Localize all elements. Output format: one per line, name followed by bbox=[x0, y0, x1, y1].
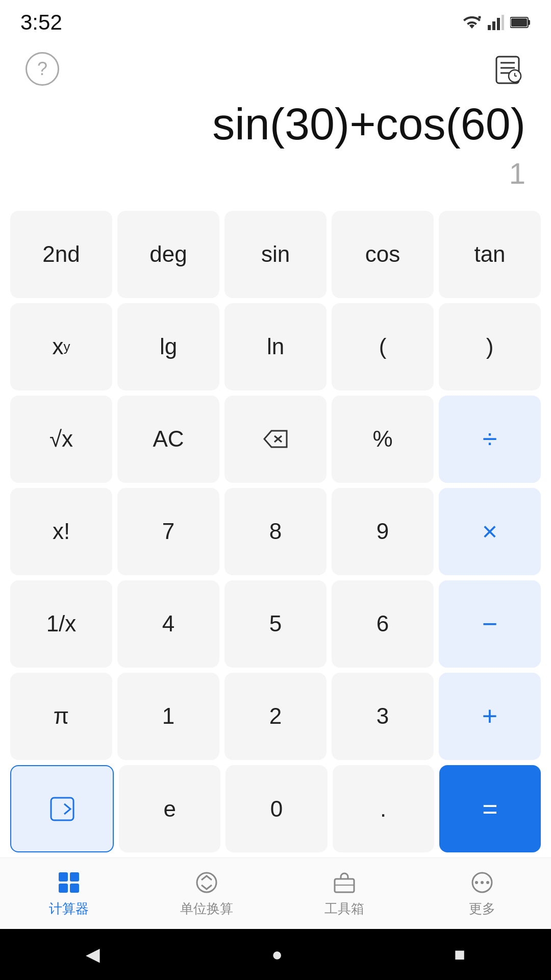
top-bar: ? bbox=[0, 36, 551, 92]
home-button[interactable]: ● bbox=[271, 944, 283, 965]
toolbox-nav[interactable]: 工具箱 bbox=[276, 858, 413, 929]
sin-key[interactable]: sin bbox=[224, 211, 327, 298]
deg-key[interactable]: deg bbox=[117, 211, 219, 298]
svg-point-29 bbox=[481, 881, 484, 884]
toolbox-nav-label: 工具箱 bbox=[324, 900, 364, 918]
key-row-6: e0.= bbox=[10, 765, 541, 852]
divide-key[interactable]: ÷ bbox=[439, 396, 541, 483]
subtract-key[interactable]: − bbox=[439, 580, 541, 668]
calculator-nav-label: 计算器 bbox=[49, 900, 89, 918]
svg-rect-20 bbox=[59, 872, 68, 881]
key-row-5: π123+ bbox=[10, 673, 541, 760]
status-time: 3:52 bbox=[20, 10, 62, 35]
multiply-key[interactable]: × bbox=[439, 488, 541, 575]
svg-rect-21 bbox=[70, 872, 79, 881]
svg-rect-22 bbox=[59, 884, 68, 893]
svg-point-28 bbox=[475, 881, 478, 884]
mode-icon bbox=[49, 796, 76, 822]
ln-key[interactable]: ln bbox=[224, 303, 327, 390]
key-row-3: x!789× bbox=[10, 488, 541, 575]
svg-rect-8 bbox=[511, 18, 527, 27]
svg-rect-3 bbox=[492, 21, 495, 30]
unit-nav-label: 单位换算 bbox=[180, 900, 233, 918]
help-button[interactable]: ? bbox=[26, 52, 59, 86]
ac-key[interactable]: AC bbox=[117, 396, 219, 483]
more-nav[interactable]: 更多 bbox=[413, 858, 551, 929]
history-button[interactable] bbox=[490, 51, 525, 87]
unit-nav[interactable]: 单位换算 bbox=[138, 858, 276, 929]
svg-point-30 bbox=[486, 881, 489, 884]
expression-display: sin(30)+cos(60) bbox=[212, 97, 525, 151]
history-icon bbox=[492, 54, 523, 84]
lg-key[interactable]: lg bbox=[117, 303, 219, 390]
more-nav-icon bbox=[469, 869, 495, 896]
sqrt-key[interactable]: √x bbox=[10, 396, 112, 483]
key-row-2: √xAC %÷ bbox=[10, 396, 541, 483]
mode-key[interactable] bbox=[10, 765, 114, 852]
add-key[interactable]: + bbox=[439, 673, 541, 760]
bottom-nav: 计算器单位换算工具箱更多 bbox=[0, 857, 551, 929]
keypad: 2nddegsincostanxylgln()√xAC %÷x!789×1/x4… bbox=[0, 206, 551, 857]
display-area: sin(30)+cos(60) 1 bbox=[0, 92, 551, 206]
8-key[interactable]: 8 bbox=[224, 488, 327, 575]
2-key[interactable]: 2 bbox=[224, 673, 327, 760]
close-paren-key[interactable]: ) bbox=[439, 303, 541, 390]
9-key[interactable]: 9 bbox=[332, 488, 434, 575]
power-key[interactable]: xy bbox=[10, 303, 112, 390]
status-bar: 3:52 bbox=[0, 0, 551, 36]
backspace-key[interactable] bbox=[224, 396, 327, 483]
status-icons bbox=[462, 15, 531, 30]
unit-nav-icon bbox=[193, 869, 220, 896]
result-display: 1 bbox=[509, 156, 525, 190]
tan-key[interactable]: tan bbox=[439, 211, 541, 298]
battery-icon bbox=[510, 16, 531, 29]
key-row-4: 1/x456− bbox=[10, 580, 541, 668]
key-row-1: xylgln() bbox=[10, 303, 541, 390]
2nd-key[interactable]: 2nd bbox=[10, 211, 112, 298]
percent-key[interactable]: % bbox=[332, 396, 434, 483]
e-key[interactable]: e bbox=[119, 765, 220, 852]
factorial-key[interactable]: x! bbox=[10, 488, 112, 575]
android-nav-bar: ◀ ● ■ bbox=[0, 929, 551, 980]
more-nav-label: 更多 bbox=[469, 900, 495, 918]
dot-key[interactable]: . bbox=[333, 765, 434, 852]
question-icon: ? bbox=[37, 58, 47, 80]
1-key[interactable]: 1 bbox=[117, 673, 219, 760]
equals-key[interactable]: = bbox=[439, 765, 541, 852]
5-key[interactable]: 5 bbox=[224, 580, 327, 668]
backspace-icon bbox=[262, 429, 289, 449]
wifi-icon bbox=[462, 15, 482, 30]
open-paren-key[interactable]: ( bbox=[332, 303, 434, 390]
back-button[interactable]: ◀ bbox=[86, 944, 100, 965]
calculator-nav[interactable]: 计算器 bbox=[0, 858, 138, 929]
recent-button[interactable]: ■ bbox=[454, 944, 465, 965]
svg-rect-7 bbox=[528, 20, 530, 25]
svg-rect-2 bbox=[488, 25, 491, 30]
calculator-nav-icon bbox=[56, 869, 82, 896]
reciprocal-key[interactable]: 1/x bbox=[10, 580, 112, 668]
key-row-0: 2nddegsincostan bbox=[10, 211, 541, 298]
cos-key[interactable]: cos bbox=[332, 211, 434, 298]
svg-rect-4 bbox=[497, 18, 500, 30]
7-key[interactable]: 7 bbox=[117, 488, 219, 575]
6-key[interactable]: 6 bbox=[332, 580, 434, 668]
0-key[interactable]: 0 bbox=[226, 765, 327, 852]
signal-icon bbox=[488, 15, 504, 30]
pi-key[interactable]: π bbox=[10, 673, 112, 760]
svg-rect-23 bbox=[70, 884, 79, 893]
svg-marker-16 bbox=[264, 431, 287, 447]
3-key[interactable]: 3 bbox=[332, 673, 434, 760]
4-key[interactable]: 4 bbox=[117, 580, 219, 668]
toolbox-nav-icon bbox=[331, 869, 358, 896]
svg-rect-5 bbox=[502, 15, 504, 30]
